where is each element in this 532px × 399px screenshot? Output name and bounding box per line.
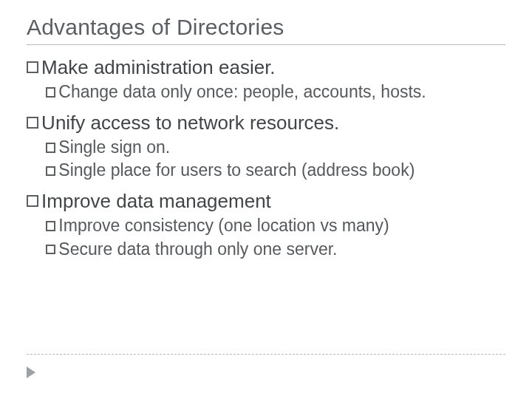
square-bullet-icon: [46, 221, 55, 231]
list-item-text: Make administration easier.: [41, 56, 275, 78]
list-item-text: Unify access to network resources.: [41, 112, 339, 134]
square-bullet-icon: [46, 143, 55, 152]
list-item: Improve data management Improve consiste…: [27, 189, 505, 260]
list-item: Unify access to network resources. Singl…: [27, 111, 505, 182]
list-item-text: Improve consistency (one location vs man…: [58, 216, 389, 235]
list-item-text: Change data only once: people, accounts,…: [58, 82, 426, 101]
list-item: Single sign on.: [46, 137, 505, 158]
square-bullet-icon: [46, 245, 55, 254]
square-bullet-icon: [27, 61, 38, 73]
sub-bullet-list: Change data only once: people, accounts,…: [27, 81, 505, 103]
page-title: Advantages of Directories: [27, 15, 505, 40]
square-bullet-icon: [46, 87, 55, 97]
list-item: Change data only once: people, accounts,…: [46, 81, 505, 103]
square-bullet-icon: [27, 117, 38, 129]
sub-bullet-list: Improve consistency (one location vs man…: [27, 215, 505, 260]
list-item-text: Single sign on.: [58, 137, 170, 157]
list-item: Secure data through only one server.: [46, 239, 505, 260]
slide: Advantages of Directories Make administr…: [0, 0, 532, 399]
list-item: Make administration easier. Change data …: [27, 55, 505, 103]
list-item-text: Single place for users to search (addres…: [58, 160, 415, 180]
list-item: Improve consistency (one location vs man…: [46, 215, 505, 236]
list-item-text: Improve data management: [41, 190, 271, 212]
bullet-list: Make administration easier. Change data …: [27, 55, 505, 260]
arrow-right-icon: [27, 366, 35, 378]
sub-bullet-list: Single sign on. Single place for users t…: [27, 137, 505, 182]
square-bullet-icon: [27, 195, 38, 207]
list-item-text: Secure data through only one server.: [58, 239, 337, 259]
square-bullet-icon: [46, 166, 55, 176]
footer-divider: [27, 354, 505, 355]
list-item: Single place for users to search (addres…: [46, 160, 505, 181]
title-underline: [27, 44, 505, 45]
